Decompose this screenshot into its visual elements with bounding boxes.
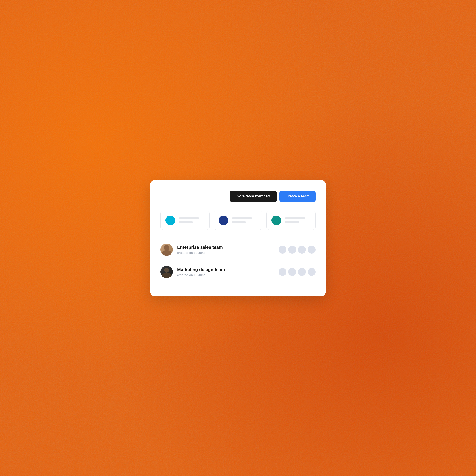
- member-avatar-dot: [279, 268, 287, 276]
- stat-line: [285, 221, 299, 223]
- team-members: [279, 268, 316, 276]
- invite-team-members-button[interactable]: Invite team members: [230, 191, 277, 202]
- stat-card-3: [266, 211, 316, 230]
- stats-row: [160, 211, 316, 230]
- member-avatar-dot: [308, 246, 316, 254]
- team-name: Enterprise sales team: [177, 245, 279, 250]
- member-avatar-dot: [298, 246, 306, 254]
- stat-dot-navy: [219, 216, 228, 225]
- create-a-team-button[interactable]: Create a team: [279, 191, 316, 202]
- teams-list: Enterprise sales team created on 13 June…: [160, 239, 316, 283]
- team-info: Marketing design team created on 13 June: [177, 267, 279, 277]
- stat-line: [179, 217, 199, 220]
- team-row[interactable]: Marketing design team created on 13 June: [160, 261, 316, 283]
- team-row[interactable]: Enterprise sales team created on 13 June: [160, 239, 316, 261]
- stat-line: [232, 217, 252, 220]
- team-info: Enterprise sales team created on 13 June: [177, 245, 279, 255]
- stat-card-2: [214, 211, 263, 230]
- avatar: [160, 243, 173, 256]
- stat-lines-3: [285, 217, 310, 223]
- member-avatar-dot: [308, 268, 316, 276]
- team-name: Marketing design team: [177, 267, 279, 272]
- stat-lines-2: [232, 217, 258, 223]
- main-card: Invite team members Create a team: [150, 180, 326, 296]
- member-avatar-dot: [298, 268, 306, 276]
- stat-card-1: [160, 211, 210, 230]
- stat-dot-teal: [272, 216, 281, 225]
- stat-dot-cyan: [166, 216, 175, 225]
- member-avatar-dot: [288, 246, 296, 254]
- header-actions: Invite team members Create a team: [160, 191, 316, 202]
- member-avatar-dot: [288, 268, 296, 276]
- stat-line: [232, 221, 246, 223]
- team-date: created on 13 June: [177, 251, 279, 255]
- avatar: [160, 266, 173, 278]
- stat-lines-1: [179, 217, 204, 223]
- stat-line: [285, 217, 305, 220]
- team-date: created on 13 June: [177, 273, 279, 277]
- team-members: [279, 246, 316, 254]
- stat-line: [179, 221, 193, 223]
- member-avatar-dot: [279, 246, 287, 254]
